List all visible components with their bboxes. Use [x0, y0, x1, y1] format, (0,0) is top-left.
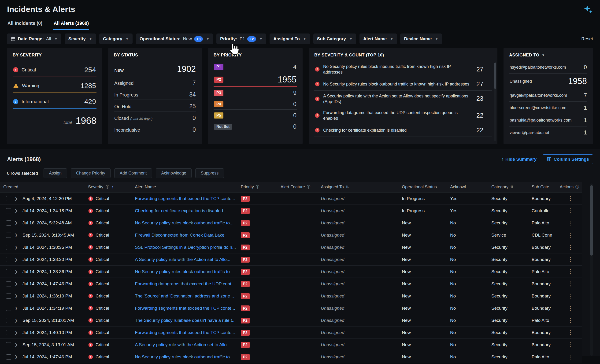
assignee-row[interactable]: Unassigned 1958 — [509, 74, 587, 89]
row-expand-chevron[interactable]: ❯ — [15, 245, 18, 250]
row-checkbox[interactable] — [6, 342, 11, 347]
assignee-row[interactable]: pashukla@paloaltonetworks.com 1 — [509, 114, 587, 126]
row-expand-chevron[interactable]: ❯ — [15, 306, 18, 310]
row-checkbox[interactable] — [6, 293, 11, 299]
assignee-row[interactable]: rjavgal@paloaltonetworks.com 7 — [509, 89, 587, 102]
row-checkbox[interactable] — [6, 208, 11, 213]
row-checkbox[interactable] — [6, 257, 11, 262]
row-expand-chevron[interactable]: ❯ — [15, 318, 18, 323]
row-expand-chevron[interactable]: ❯ — [15, 342, 18, 347]
alert-name-link[interactable]: The 'Source' and 'Destination' address a… — [135, 293, 236, 299]
table-row[interactable]: ❯ Sep 15, 2024, 3:19:45 AM Critical Fire… — [0, 229, 582, 241]
status-summary-row[interactable]: New 1902 — [114, 61, 196, 76]
filter-chip[interactable]: Severity ▼ — [65, 34, 96, 44]
row-actions-menu[interactable]: ⋮ — [567, 256, 573, 262]
priority-summary-row[interactable]: Not Set 0 — [214, 121, 297, 132]
assignee-row[interactable]: blue-screen@crowdstrike.com 1 — [509, 102, 587, 114]
row-checkbox[interactable] — [6, 306, 11, 311]
row-expand-chevron[interactable]: ❯ — [15, 221, 18, 225]
hide-summary-link[interactable]: ↑ Hide Summary — [501, 157, 537, 162]
alert-name-link[interactable]: Firewall Disconnected from Cortex Data L… — [135, 233, 236, 238]
filter-chip[interactable]: Priority: P1 +2 ▼ — [216, 34, 266, 44]
row-expand-chevron[interactable]: ❯ — [15, 196, 18, 201]
row-checkbox[interactable] — [6, 269, 11, 274]
table-row[interactable]: ❯ Sep 15, 2024, 3:13:01 AM Critical A Se… — [0, 339, 582, 351]
header-acknowledged[interactable]: Acknowl... — [450, 185, 491, 189]
assignee-row[interactable]: viewer@pan-labs.net 1 — [509, 126, 587, 139]
bulk-action-button[interactable]: Acknowledge — [156, 168, 192, 178]
row-expand-chevron[interactable]: ❯ — [15, 269, 18, 274]
row-checkbox[interactable] — [6, 318, 11, 323]
row-actions-menu[interactable]: ⋮ — [567, 268, 573, 275]
bulk-action-button[interactable]: Change Priority — [71, 168, 111, 178]
row-actions-menu[interactable]: ⋮ — [567, 219, 573, 226]
status-summary-row[interactable]: Inconclusive 0 — [114, 123, 196, 135]
assigned-to-title[interactable]: ASSIGNED TO ▼ — [509, 53, 587, 61]
alert-name-link[interactable]: Forwarding datagrams that exceed the UDP… — [135, 281, 236, 287]
row-expand-chevron[interactable]: ❯ — [15, 233, 18, 237]
info-icon[interactable]: ⓘ — [307, 185, 310, 189]
tab[interactable]: All Alerts (1968) — [53, 19, 89, 30]
table-row[interactable]: ❯ Jul 14, 2024, 1:38:10 PM Critical The … — [0, 290, 582, 302]
table-row[interactable]: ❯ Jul 14, 2024, 1:40:10 PM Critical Forw… — [0, 327, 582, 339]
priority-summary-row[interactable]: P1 4 — [214, 61, 297, 72]
alert-name-link[interactable]: The Security policy rulebase doesn't hav… — [135, 318, 236, 323]
info-icon[interactable]: ⓘ — [106, 185, 109, 189]
row-actions-menu[interactable]: ⋮ — [567, 207, 573, 214]
table-row[interactable]: ❯ Aug 4, 2024, 4:12:20 PM Critical Forwa… — [0, 193, 582, 205]
row-actions-menu[interactable]: ⋮ — [567, 293, 573, 299]
alert-name-link[interactable]: Checking for certificate expiration is d… — [135, 208, 236, 213]
alert-name-link[interactable]: A Security policy rule with the Action s… — [135, 257, 236, 262]
table-row[interactable]: ❯ Jul 14, 2024, 1:47:46 PM Critical No S… — [0, 351, 582, 363]
row-checkbox[interactable] — [6, 281, 11, 287]
header-priority[interactable]: Priorityⓘ — [241, 185, 281, 189]
priority-summary-row[interactable]: P4 0 — [214, 98, 297, 110]
top-alert-row[interactable]: A Security policy rule with the Action s… — [314, 91, 492, 108]
top-alert-row[interactable]: No Security policy rules block outbound … — [314, 78, 492, 91]
row-actions-menu[interactable]: ⋮ — [567, 354, 573, 360]
status-summary-row[interactable]: Assigned 7 — [114, 76, 196, 88]
severity-summary-row[interactable]: Informational 429 — [13, 93, 96, 109]
alert-name-link[interactable]: Forwarding segments that exceed the TCP … — [135, 330, 236, 335]
row-expand-chevron[interactable]: ❯ — [15, 294, 18, 298]
status-summary-row[interactable]: In Progress 34 — [114, 88, 196, 100]
table-row[interactable]: ❯ Jul 14, 2024, 1:34:18 PM Critical Chec… — [0, 205, 582, 217]
row-checkbox[interactable] — [6, 220, 11, 225]
row-checkbox[interactable] — [6, 355, 11, 360]
header-created[interactable]: Created — [0, 185, 88, 189]
header-severity[interactable]: Severityⓘ↑ — [88, 185, 135, 189]
severity-summary-row[interactable]: Warning 1285 — [13, 77, 96, 93]
table-row[interactable]: ❯ Jul 14, 2024, 1:38:36 PM Critical No S… — [0, 266, 582, 278]
alert-name-link[interactable]: Forwarding segments that exceed the TCP … — [135, 196, 236, 201]
filter-chip[interactable]: Date Range: All ▼ — [7, 34, 61, 44]
header-alert-name[interactable]: Alert Name — [135, 185, 241, 189]
column-settings-button[interactable]: Column Settings — [543, 154, 593, 164]
priority-summary-row[interactable]: P2 1955 — [214, 72, 297, 87]
bulk-action-button[interactable]: Add Comment — [114, 168, 152, 178]
row-checkbox[interactable] — [6, 196, 11, 201]
filter-chip[interactable]: Assigned To ▼ — [270, 34, 310, 44]
status-summary-row[interactable]: On Hold 25 — [114, 100, 196, 112]
row-expand-chevron[interactable]: ❯ — [15, 355, 18, 359]
tab[interactable]: All Incidents (0) — [7, 19, 43, 30]
top-alert-row[interactable]: Forwarding datagrams that exceed the UDP… — [314, 107, 492, 124]
priority-summary-row[interactable]: P5 0 — [214, 110, 297, 121]
table-row[interactable]: ❯ Jul 16, 2024, 5:32:48 AM Critical No S… — [0, 217, 582, 229]
row-actions-menu[interactable]: ⋮ — [567, 244, 573, 250]
row-checkbox[interactable] — [6, 245, 11, 250]
alert-name-link[interactable]: No Security policy rules block outbound … — [135, 220, 236, 225]
header-sub-category[interactable]: Sub Cate... — [532, 185, 560, 189]
row-actions-menu[interactable]: ⋮ — [567, 317, 573, 324]
alert-name-link[interactable]: No Security policy rules block outbound … — [135, 269, 236, 274]
row-expand-chevron[interactable]: ❯ — [15, 281, 18, 286]
bulk-action-button[interactable]: Assign — [44, 168, 67, 178]
alert-name-link[interactable]: SSL Protocol Settings in a Decryption pr… — [135, 245, 236, 250]
ai-sparkle-icon[interactable] — [583, 5, 593, 15]
row-actions-menu[interactable]: ⋮ — [567, 305, 573, 311]
filter-chip[interactable]: Operational Status: New +3 ▼ — [136, 34, 213, 44]
top-alert-row[interactable]: No Security policy rules block inbound t… — [314, 61, 492, 78]
assignee-row[interactable]: nsyed@paloaltonetworks.com 0 — [509, 61, 587, 74]
row-expand-chevron[interactable]: ❯ — [15, 257, 18, 262]
table-row[interactable]: ❯ Sep 15, 2024, 3:13:01 AM Critical The … — [0, 314, 582, 327]
info-icon[interactable]: ⓘ — [575, 185, 579, 189]
